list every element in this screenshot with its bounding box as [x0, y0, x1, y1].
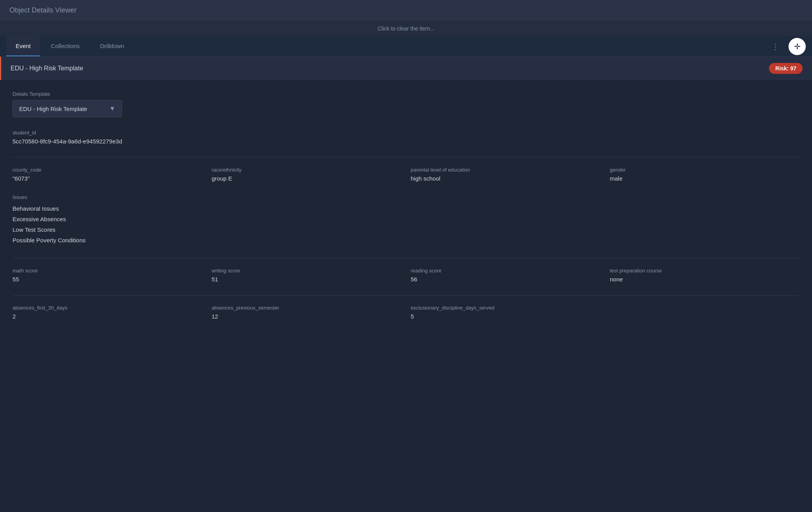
title-bar: Object Details Viewer — [0, 0, 812, 21]
student-id-value: 5cc70580-8fc9-454a-9a6d-e94592279e3d — [13, 138, 799, 145]
absences-first-30-label: absences_first_30_days — [13, 305, 202, 311]
absences-prev-semester-value: 12 — [212, 313, 401, 320]
absences-grid: absences_first_30_days 2 absences_previo… — [13, 305, 799, 320]
details-template-section: Details Template EDU - High Risk Templat… — [13, 91, 799, 117]
student-id-section: student_id 5cc70580-8fc9-454a-9a6d-e9459… — [13, 130, 799, 145]
section-bar: EDU - High Risk Template Risk: 97 — [0, 57, 812, 80]
tab-event[interactable]: Event — [6, 36, 40, 56]
issue-poverty: Possible Poverty Conditions — [13, 235, 799, 245]
exclusionary-value: 5 — [411, 313, 600, 320]
math-score-label: math score — [13, 268, 202, 274]
clear-bar[interactable]: Click to clear the item... — [0, 21, 812, 36]
parental-education-label: parental level of education — [411, 167, 600, 173]
scores-grid: math score 55 writing score 51 reading s… — [13, 268, 799, 283]
writing-score-label: writing score — [212, 268, 401, 274]
reading-score-value: 56 — [411, 276, 600, 283]
empty-cell — [610, 305, 799, 320]
math-score-field: math score 55 — [13, 268, 202, 283]
tab-actions: ⋮ ✛ — [768, 38, 806, 55]
divider-2 — [13, 258, 799, 258]
absences-first-30-value: 2 — [13, 313, 202, 320]
writing-score-field: writing score 51 — [212, 268, 401, 283]
reading-score-label: reading score — [411, 268, 600, 274]
details-template-label: Details Template — [13, 91, 799, 97]
issue-low-test: Low Test Scores — [13, 224, 799, 235]
test-prep-label: test preparation course — [610, 268, 799, 274]
tab-drilldown[interactable]: Drilldown — [91, 36, 134, 56]
app-title: Object Details Viewer — [9, 6, 77, 14]
issues-section: Issues Behavioral Issues Excessive Absen… — [13, 194, 799, 245]
gender-field: gender male — [610, 167, 799, 182]
parental-education-field: parental level of education high school — [411, 167, 600, 182]
test-prep-value: none — [610, 276, 799, 283]
exclusionary-label: exclusionary_discipline_days_served — [411, 305, 600, 311]
test-prep-field: test preparation course none — [610, 268, 799, 283]
main-content: Details Template EDU - High Risk Templat… — [0, 80, 812, 512]
absences-first-30-field: absences_first_30_days 2 — [13, 305, 202, 320]
divider-3 — [13, 295, 799, 295]
gender-value: male — [610, 175, 799, 182]
move-icon: ✛ — [794, 42, 801, 51]
divider-1 — [13, 157, 799, 158]
three-dots-button[interactable]: ⋮ — [768, 39, 782, 54]
tab-collections[interactable]: Collections — [41, 36, 89, 56]
race-ethnicity-field: race/ethnicity group E — [212, 167, 401, 182]
issue-behavioral: Behavioral Issues — [13, 203, 799, 214]
risk-badge: Risk: 97 — [769, 63, 803, 74]
parental-education-value: high school — [411, 175, 600, 182]
move-button[interactable]: ✛ — [789, 38, 806, 55]
section-title: EDU - High Risk Template — [11, 65, 83, 72]
tab-bar: Event Collections Drilldown ⋮ ✛ — [0, 36, 812, 57]
county-code-label: county_code — [13, 167, 202, 173]
clear-text: Click to clear the item... — [377, 25, 435, 32]
gender-label: gender — [610, 167, 799, 173]
template-dropdown[interactable]: EDU - High Risk Template ▼ — [13, 100, 122, 117]
reading-score-field: reading score 56 — [411, 268, 600, 283]
county-code-value: "6073" — [13, 175, 202, 182]
issue-absences: Excessive Absences — [13, 214, 799, 224]
issues-label: Issues — [13, 194, 799, 200]
student-id-label: student_id — [13, 130, 799, 136]
template-selected: EDU - High Risk Template — [19, 106, 87, 112]
absences-prev-semester-label: absences_previous_semester — [212, 305, 401, 311]
absences-prev-semester-field: absences_previous_semester 12 — [212, 305, 401, 320]
race-ethnicity-label: race/ethnicity — [212, 167, 401, 173]
exclusionary-field: exclusionary_discipline_days_served 5 — [411, 305, 600, 320]
demographics-grid: county_code "6073" race/ethnicity group … — [13, 167, 799, 182]
county-code-field: county_code "6073" — [13, 167, 202, 182]
writing-score-value: 51 — [212, 276, 401, 283]
math-score-value: 55 — [13, 276, 202, 283]
chevron-down-icon: ▼ — [109, 105, 115, 112]
app-container: Object Details Viewer Click to clear the… — [0, 0, 812, 512]
race-ethnicity-value: group E — [212, 175, 401, 182]
